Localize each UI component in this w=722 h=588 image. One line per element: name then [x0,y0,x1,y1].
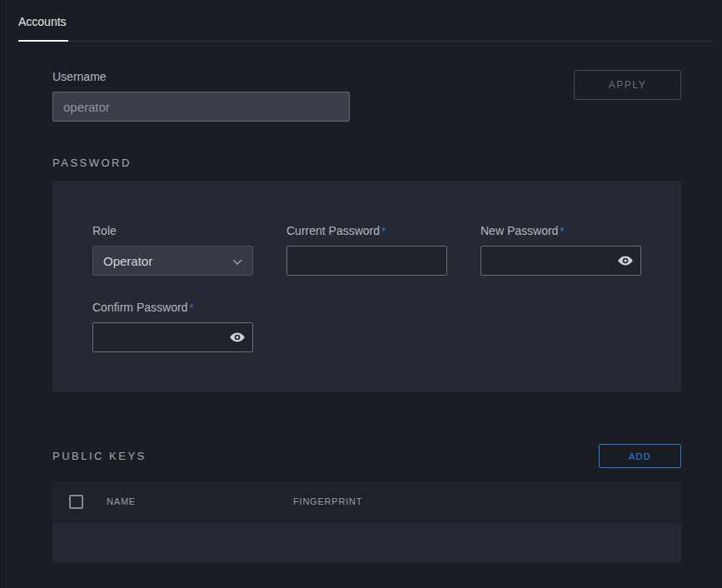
select-all-checkbox[interactable] [69,495,83,509]
show-password-eye-icon[interactable] [229,329,246,346]
password-panel: Role Operator Current Password* [52,181,681,392]
confirm-password-input-wrap [92,322,253,352]
current-password-label: Current Password* [286,224,447,237]
current-password-input[interactable] [286,246,447,276]
accounts-page: Accounts Username APPLY PASSWORD Role Op… [0,0,722,588]
password-section-heading: PASSWORD [52,157,681,169]
public-keys-header: PUBLIC KEYS ADD [52,444,681,468]
table-empty-row [52,522,681,563]
tab-accounts-label: Accounts [18,15,67,28]
public-keys-table: NAME FINGERPRINT [52,481,681,563]
required-marker: * [560,225,564,237]
username-row: Username APPLY [52,70,681,122]
password-fields-grid: Role Operator Current Password* [92,224,641,352]
table-header-row: NAME FINGERPRINT [52,481,681,522]
required-marker: * [381,225,386,237]
column-header-fingerprint: FINGERPRINT [293,496,362,506]
new-password-input-wrap [481,246,641,276]
role-label: Role [92,224,253,237]
role-field-group: Role Operator [92,224,253,276]
add-public-key-button[interactable]: ADD [599,444,681,468]
apply-button[interactable]: APPLY [574,70,681,100]
new-password-label: New Password* [481,224,641,237]
chevron-down-icon [232,254,242,268]
tab-accounts[interactable]: Accounts [18,15,68,42]
username-label: Username [52,70,350,83]
new-password-field-group: New Password* [481,224,641,276]
confirm-password-field-group: Confirm Password* [92,301,253,352]
column-header-name: NAME [107,496,293,506]
required-marker: * [189,301,193,314]
content-area: Username APPLY PASSWORD Role Operator [52,70,681,563]
current-password-input-wrap [286,246,447,276]
role-select[interactable]: Operator [92,246,253,276]
confirm-password-label: Confirm Password* [92,301,253,314]
current-password-field-group: Current Password* [286,224,447,276]
username-field-group: Username [52,70,350,122]
public-keys-heading: PUBLIC KEYS [52,450,147,462]
show-password-eye-icon[interactable] [617,252,634,269]
role-selected-value: Operator [103,254,152,268]
tabbar: Accounts [18,0,714,42]
username-input[interactable] [52,92,350,122]
